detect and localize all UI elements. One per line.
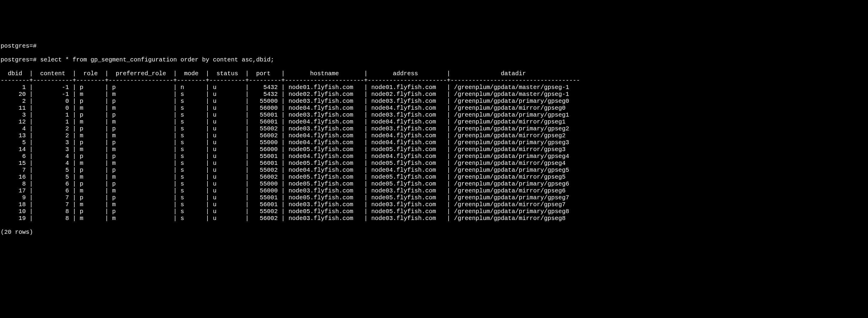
prompt-line: postgres=# [1,42,868,50]
prompt-line: postgres=# select * from gp_segment_conf… [1,56,868,63]
terminal-output[interactable]: postgres=# postgres=# select * from gp_s… [0,34,868,244]
row-count: (20 rows) [1,229,868,235]
psql-table: dbid | content | role | preferred_role |… [1,70,868,222]
